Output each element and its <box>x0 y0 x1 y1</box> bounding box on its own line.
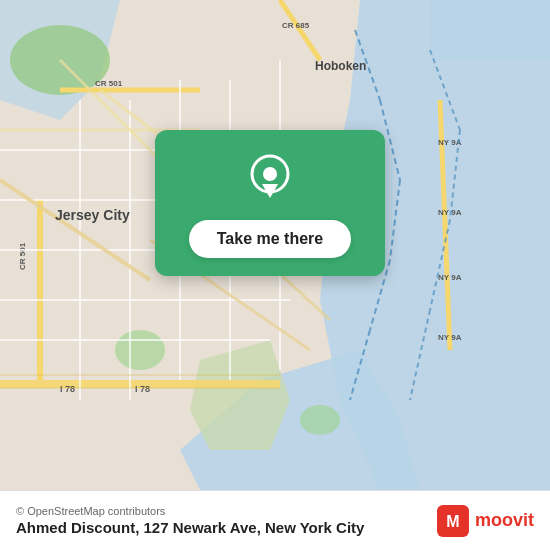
svg-text:CR 685: CR 685 <box>282 21 310 30</box>
svg-text:CR 501: CR 501 <box>95 79 123 88</box>
location-pin-icon <box>244 154 296 206</box>
svg-text:Jersey City: Jersey City <box>55 207 130 223</box>
svg-text:NY 9A: NY 9A <box>438 208 462 217</box>
moovit-logo: M moovit <box>437 505 534 537</box>
location-card: Take me there <box>155 130 385 276</box>
svg-text:M: M <box>446 513 459 530</box>
svg-point-8 <box>300 405 340 435</box>
take-me-there-button[interactable]: Take me there <box>189 220 351 258</box>
osm-credit: © OpenStreetMap contributors <box>16 505 364 517</box>
moovit-text: moovit <box>475 510 534 531</box>
moovit-icon: M <box>437 505 469 537</box>
svg-text:NY 9A: NY 9A <box>438 333 462 342</box>
location-name: Ahmed Discount, 127 Newark Ave, New York… <box>16 519 364 536</box>
svg-text:I 78: I 78 <box>135 384 150 394</box>
svg-text:NY 9A: NY 9A <box>438 273 462 282</box>
map-container: I 78 I 78 CR 501 CR 501 CR 685 NY 9A NY … <box>0 0 550 490</box>
footer-left: © OpenStreetMap contributors Ahmed Disco… <box>16 505 364 536</box>
svg-rect-4 <box>430 0 550 60</box>
svg-point-7 <box>115 330 165 370</box>
footer-bar: © OpenStreetMap contributors Ahmed Disco… <box>0 490 550 550</box>
svg-text:CR 501: CR 501 <box>18 242 27 270</box>
svg-text:Hoboken: Hoboken <box>315 59 366 73</box>
svg-point-53 <box>263 167 277 181</box>
svg-text:I 78: I 78 <box>60 384 75 394</box>
pin-icon-wrapper <box>242 152 298 208</box>
